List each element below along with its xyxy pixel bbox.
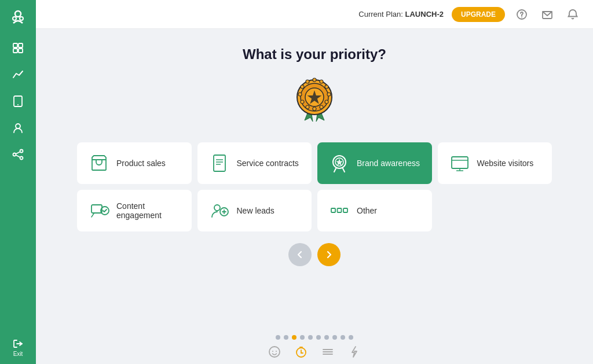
svg-point-11: [13, 153, 16, 156]
exit-button[interactable]: Exit: [12, 338, 24, 357]
svg-point-9: [16, 124, 20, 128]
mail-icon[interactable]: [539, 6, 556, 23]
dot-2: [284, 335, 288, 340]
dot-4: [300, 335, 305, 340]
svg-point-1: [13, 17, 16, 20]
svg-point-61: [269, 347, 280, 357]
option-service-contracts-label: Service contracts: [237, 159, 299, 168]
option-new-leads-label: New leads: [237, 206, 274, 215]
options-grid: Product sales Service contracts: [77, 142, 552, 231]
sidebar-bottom: Exit: [12, 338, 24, 357]
nav-arrows: [288, 243, 341, 266]
svg-rect-3: [13, 43, 17, 47]
medal-illustration: [288, 74, 341, 128]
svg-rect-5: [13, 49, 17, 53]
bolt-icon[interactable]: [348, 345, 361, 358]
dot-5: [308, 335, 313, 340]
help-icon[interactable]: [513, 6, 530, 23]
svg-rect-58: [331, 208, 335, 212]
content-engagement-icon: [89, 200, 109, 221]
upgrade-button[interactable]: UPGRADE: [452, 7, 505, 22]
sidebar-top: [7, 7, 29, 166]
svg-point-29: [325, 100, 328, 104]
svg-line-45: [334, 168, 336, 172]
notification-icon[interactable]: [564, 6, 581, 23]
sidebar-item-tablet[interactable]: [7, 90, 29, 112]
option-website-visitors-label: Website visitors: [477, 159, 534, 168]
page-title: What is your priority?: [243, 46, 386, 62]
svg-point-25: [313, 78, 316, 82]
svg-point-54: [214, 205, 220, 211]
content-area: What is your priority?: [36, 29, 593, 327]
plan-name: LAUNCH-2: [405, 10, 444, 19]
svg-rect-6: [19, 49, 23, 53]
svg-rect-60: [343, 208, 347, 212]
option-service-contracts[interactable]: Service contracts: [197, 142, 312, 184]
timer-icon[interactable]: [295, 345, 308, 358]
svg-line-13: [16, 152, 20, 154]
service-contracts-icon: [209, 153, 230, 174]
svg-point-0: [15, 11, 21, 17]
option-brand-awareness[interactable]: Brand awareness: [317, 142, 432, 184]
topbar: Current Plan: LAUNCH-2 UPGRADE: [36, 0, 593, 29]
menu-icon[interactable]: [321, 345, 334, 358]
svg-line-14: [16, 155, 20, 157]
svg-point-34: [298, 93, 302, 96]
bottom-bar: [36, 327, 593, 364]
plan-text: Current Plan: LAUNCH-2: [358, 10, 444, 19]
svg-point-35: [301, 85, 304, 89]
svg-point-31: [313, 107, 316, 111]
main-area: Current Plan: LAUNCH-2 UPGRADE What is y…: [36, 0, 593, 364]
dot-10: [349, 335, 353, 340]
svg-point-26: [320, 80, 323, 83]
svg-rect-47: [452, 157, 468, 168]
bottom-icons: [268, 345, 361, 358]
svg-line-46: [343, 168, 345, 172]
option-content-engagement[interactable]: Content engagement: [77, 190, 192, 231]
svg-rect-59: [338, 208, 342, 212]
svg-rect-52: [91, 205, 102, 213]
dot-9: [341, 335, 345, 340]
sidebar: Exit: [0, 0, 36, 364]
svg-point-2: [20, 17, 23, 20]
svg-point-33: [301, 100, 304, 104]
svg-point-28: [327, 93, 331, 96]
website-visitors-icon: [449, 153, 470, 174]
option-new-leads[interactable]: New leads: [197, 190, 312, 231]
svg-marker-44: [336, 159, 343, 166]
svg-point-17: [521, 17, 522, 18]
sidebar-item-share[interactable]: [7, 144, 29, 166]
plan-label: Current Plan:: [358, 10, 405, 19]
option-content-engagement-label: Content engagement: [116, 201, 180, 220]
sidebar-item-user[interactable]: [7, 117, 29, 139]
option-website-visitors[interactable]: Website visitors: [438, 142, 552, 184]
svg-point-63: [276, 351, 277, 352]
dot-6: [316, 335, 321, 340]
other-icon: [329, 200, 350, 221]
option-brand-awareness-label: Brand awareness: [357, 159, 420, 168]
brand-awareness-icon: [329, 153, 350, 174]
svg-point-30: [320, 105, 323, 109]
sidebar-item-analytics[interactable]: [7, 64, 29, 86]
dot-3: [292, 335, 296, 340]
emoji-icon[interactable]: [268, 345, 281, 358]
prev-button[interactable]: [288, 243, 312, 266]
svg-point-12: [20, 157, 23, 160]
option-product-sales[interactable]: Product sales: [77, 142, 192, 184]
exit-label: Exit: [13, 351, 23, 357]
dot-1: [276, 335, 280, 340]
dot-8: [332, 335, 337, 340]
svg-point-10: [20, 150, 23, 153]
next-button[interactable]: [317, 243, 341, 266]
option-product-sales-label: Product sales: [116, 159, 166, 168]
option-other-label: Other: [357, 206, 377, 215]
dot-7: [324, 335, 329, 340]
svg-point-27: [325, 85, 328, 89]
sidebar-item-dashboard[interactable]: [7, 37, 29, 59]
svg-rect-38: [214, 155, 225, 171]
svg-point-32: [306, 105, 309, 109]
svg-point-62: [272, 351, 273, 352]
svg-point-36: [306, 80, 309, 83]
svg-rect-4: [19, 43, 23, 47]
option-other[interactable]: Other: [317, 190, 432, 231]
